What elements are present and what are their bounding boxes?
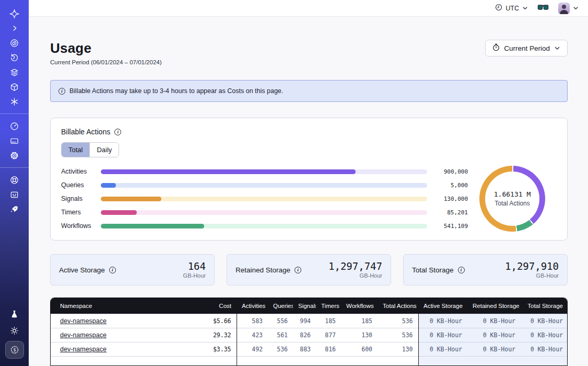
billable-chart: Activities900,000Queries5,000Signals130,… [61, 165, 557, 233]
period-dropdown-button[interactable]: Current Period [485, 40, 568, 56]
total-storage-value: 1,297,910 [505, 261, 559, 271]
table-row: dev-namespace$3.354925368838166001300 KB… [51, 342, 568, 356]
bar-row: Timers85,201 [61, 205, 468, 219]
bar-label: Signals [61, 195, 97, 202]
bar-track [101, 169, 427, 174]
theme-sun-icon[interactable] [6, 323, 23, 338]
value-cell: 600 [341, 342, 378, 356]
expand-icon[interactable] [6, 21, 23, 36]
info-icon[interactable]: i [458, 267, 465, 273]
namespace-usage-table: NamespaceCostActivitiesQueriesSignalsTim… [50, 298, 568, 366]
value-cell: 0 KB-Hour [418, 314, 467, 328]
bar-value: 5,000 [436, 182, 468, 189]
total-storage-card: Total Storage i 1,297,910 GB-Hour [403, 254, 568, 285]
value-cell: 877 [316, 328, 341, 342]
user-menu[interactable] [558, 3, 579, 14]
value-cell: 883 [293, 342, 316, 356]
namespace-cell: dev-namespace [51, 342, 189, 356]
support-lifebuoy-icon[interactable] [6, 173, 23, 187]
timezone-switcher[interactable]: UTC [495, 4, 528, 13]
bar-label: Workflows [61, 222, 97, 230]
billable-actions-header: Billable Actions i [61, 128, 557, 136]
usage-gauge-icon[interactable] [6, 119, 23, 133]
cost-coin-icon[interactable]: $ [5, 341, 24, 359]
chevron-down-icon [573, 5, 579, 11]
tab-total[interactable]: Total [62, 143, 89, 157]
settings-gear-icon[interactable] [6, 148, 23, 163]
bar-fill [101, 224, 204, 228]
info-icon[interactable]: i [114, 129, 121, 135]
active-storage-unit: GB-Hour [183, 272, 206, 279]
value-cell: 536 [378, 328, 418, 342]
layers-icon[interactable] [6, 65, 23, 79]
retained-storage-value: 1,297,747 [328, 261, 382, 271]
table-row: dev-namespace29.324235618268771305360 KB… [51, 328, 568, 342]
bar-value: 85,201 [436, 209, 468, 216]
value-cell: 0 KB-Hour [467, 328, 521, 342]
column-header: Total Actions [378, 298, 418, 314]
bar-fill [101, 183, 116, 188]
value-cell: 423 [237, 328, 268, 342]
info-icon: i [58, 88, 65, 95]
billing-card-icon[interactable] [6, 133, 23, 148]
rocket-icon[interactable] [6, 202, 23, 216]
donut-column: 1.66131 M Total Actions [468, 165, 557, 233]
storage-cards: Active Storage i 164 GB-Hour Retained St… [50, 254, 568, 285]
value-cell: 826 [293, 328, 316, 342]
value-cell [521, 356, 568, 365]
bar-fill [101, 169, 356, 174]
billable-actions-card: Billable Actions i Total Daily Activitie… [50, 118, 568, 241]
value-cell: 0 KB-Hour [521, 342, 568, 356]
namespace-link[interactable]: dev-namespace [60, 331, 107, 339]
value-cell: 185 [316, 314, 341, 328]
bar-fill [101, 210, 137, 215]
history-icon[interactable] [6, 50, 23, 65]
namespaces-icon[interactable] [6, 36, 23, 50]
column-header: Signals [293, 298, 316, 314]
labs-flask-icon[interactable] [6, 306, 23, 321]
clock-icon [495, 4, 502, 13]
banner-text: Billable Actions may take up to 3-4 hour… [69, 87, 283, 95]
column-header: Queries [268, 298, 293, 314]
bar-track [101, 197, 427, 201]
billable-bars: Activities900,000Queries5,000Signals130,… [61, 165, 468, 233]
column-header: Active Storage [418, 298, 467, 314]
bar-label: Queries [61, 181, 97, 189]
namespace-link[interactable]: dev-namespace [60, 317, 107, 325]
bar-value: 541,109 [436, 223, 468, 230]
bar-track [101, 183, 427, 188]
retained-storage-unit: GB-Hour [328, 272, 382, 279]
value-cell: 185 [341, 314, 378, 328]
value-cell: 0 KB-Hour [467, 342, 521, 356]
bar-track [101, 224, 427, 228]
chevron-down-icon [522, 5, 528, 11]
info-icon[interactable]: i [295, 267, 301, 273]
value-cell: 130 [378, 342, 418, 356]
value-cell [341, 356, 378, 365]
active-storage-label: Active Storage [59, 266, 105, 274]
total-actions-label: Total Actions [495, 200, 530, 207]
value-cell [51, 356, 189, 365]
total-storage-unit: GB-Hour [505, 272, 559, 279]
glasses-icon[interactable] [537, 4, 549, 13]
info-icon[interactable]: i [109, 267, 116, 273]
bar-label: Timers [61, 209, 97, 216]
value-cell: 29.32 [189, 328, 237, 342]
total-actions-donut: 1.66131 M Total Actions [479, 166, 545, 232]
sidebar-divider [0, 113, 29, 114]
feedback-icon[interactable] [6, 187, 23, 202]
value-cell [237, 356, 268, 365]
temporal-logo-icon[interactable] [6, 6, 23, 21]
value-cell: 536 [378, 314, 418, 328]
nexus-asterisk-icon[interactable] [6, 94, 23, 109]
value-cell [378, 356, 418, 365]
table-row [51, 356, 568, 365]
cube-icon[interactable] [6, 79, 23, 94]
tab-daily[interactable]: Daily [89, 143, 119, 157]
chevron-down-icon [554, 45, 560, 51]
retained-storage-card: Retained Storage i 1,297,747 GB-Hour [227, 254, 391, 285]
value-cell: 0 KB-Hour [521, 328, 568, 342]
value-cell: 561 [268, 328, 293, 342]
namespace-link[interactable]: dev-namespace [60, 346, 107, 353]
donut-center: 1.66131 M Total Actions [485, 171, 539, 226]
